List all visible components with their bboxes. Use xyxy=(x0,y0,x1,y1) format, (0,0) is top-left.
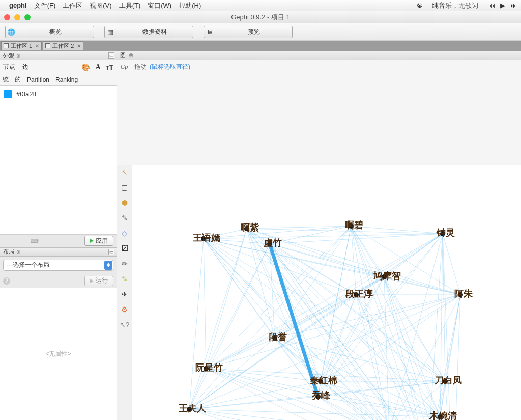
graph-toolbar: Gp 拖动 (鼠标选取直径) xyxy=(117,60,521,74)
chevron-updown-icon xyxy=(104,261,112,270)
graph-node[interactable] xyxy=(458,292,463,297)
svg-line-146 xyxy=(189,409,453,421)
color-swatch[interactable] xyxy=(4,90,12,98)
window-minimize-icon[interactable] xyxy=(14,14,20,20)
minimize-icon[interactable]: ▭ xyxy=(108,52,114,59)
media-next-icon[interactable]: ⏭ xyxy=(510,2,517,9)
window-close-icon[interactable] xyxy=(4,14,10,20)
svg-line-70 xyxy=(189,234,443,409)
brush-tool-icon[interactable]: ✏ xyxy=(120,259,130,269)
app-name[interactable]: gephi xyxy=(9,2,27,9)
menu-view[interactable]: 视图(V) xyxy=(90,1,111,10)
svg-line-97 xyxy=(356,295,453,421)
layout-select[interactable]: ---选择一个布局 xyxy=(3,260,113,271)
close-icon[interactable]: ✕ xyxy=(35,43,39,49)
tab-nodes[interactable]: 节点 xyxy=(3,63,15,71)
svg-line-112 xyxy=(189,338,275,409)
size-icon[interactable]: тT xyxy=(106,63,113,71)
graph-canvas[interactable]: 王语嫣啊紫虚竹啊碧钟灵鸠摩智段正淳阿朱段誉阮星竹秦红棉刀白凤乔峰王夫人木婉清甘宝… xyxy=(132,165,521,421)
workspace-tab-1[interactable]: 工作区 1 ✕ xyxy=(1,41,42,50)
palette-icon[interactable]: 🎨 xyxy=(81,63,90,71)
menu-help[interactable]: 帮助(H) xyxy=(179,1,201,10)
mode-unique[interactable]: 统一的 xyxy=(3,75,21,84)
svg-line-34 xyxy=(270,234,443,244)
apply-button[interactable]: 应用 xyxy=(84,236,113,246)
marquee-tool-icon[interactable]: ▢ xyxy=(120,182,130,192)
svg-line-33 xyxy=(270,226,351,244)
svg-line-56 xyxy=(318,226,351,397)
close-icon[interactable]: ⊗ xyxy=(16,249,20,255)
menu-tools[interactable]: 工具(T) xyxy=(119,1,141,10)
pencil-tool-icon[interactable]: ✎ xyxy=(120,213,130,223)
graph-node[interactable] xyxy=(187,407,192,412)
graph-node[interactable] xyxy=(267,241,272,246)
graph-node[interactable] xyxy=(315,394,321,399)
mode-partition[interactable]: Partition xyxy=(27,76,49,83)
svg-line-80 xyxy=(384,277,445,381)
minimize-icon[interactable]: ▭ xyxy=(108,249,114,255)
graph-node[interactable] xyxy=(272,335,277,341)
overview-button[interactable]: 🌐 概览 xyxy=(5,26,94,38)
graph-node[interactable] xyxy=(443,379,448,384)
diamond-tool-icon[interactable]: ◇ xyxy=(120,228,130,238)
font-icon[interactable]: A xyxy=(95,63,100,71)
svg-line-100 xyxy=(321,295,460,381)
graph-node[interactable] xyxy=(204,366,209,371)
tag-tool-icon[interactable]: ⬢ xyxy=(120,198,130,208)
pointer-tool-icon[interactable]: ↖ xyxy=(120,167,130,177)
graph-node[interactable] xyxy=(440,231,445,236)
keyboard-icon: ⌨ xyxy=(0,238,84,244)
appearance-mode-tabs: 统一的 Partition Ranking xyxy=(0,74,117,86)
table-icon: ▦ xyxy=(105,28,116,36)
play-icon xyxy=(90,279,94,283)
no-attributes-label: <无属性> xyxy=(0,288,117,421)
graph-node[interactable] xyxy=(244,226,249,231)
color-picker-row[interactable]: #0fa2ff xyxy=(0,86,117,102)
preview-button[interactable]: 🖥 预览 xyxy=(204,26,293,38)
menu-window[interactable]: 窗口(W) xyxy=(148,1,171,10)
graph-node[interactable] xyxy=(354,292,359,297)
highlighter-tool-icon[interactable]: ✎ xyxy=(120,274,130,284)
tab-edges[interactable]: 边 xyxy=(22,63,28,71)
graph-node[interactable] xyxy=(318,379,323,384)
info-icon[interactable]: ? xyxy=(3,277,10,285)
svg-line-76 xyxy=(384,277,460,295)
workspace-icon xyxy=(45,43,50,48)
svg-line-85 xyxy=(384,277,427,421)
graph-node[interactable] xyxy=(438,414,443,419)
svg-line-61 xyxy=(351,226,453,421)
menu-file[interactable]: 文件(F) xyxy=(34,1,56,10)
svg-line-109 xyxy=(275,338,321,381)
picture-tool-icon[interactable]: 🖼 xyxy=(120,243,130,254)
airplane-tool-icon[interactable]: ✈ xyxy=(120,289,130,299)
close-icon[interactable]: ⊗ xyxy=(129,52,133,59)
window-zoom-icon[interactable] xyxy=(24,14,31,20)
close-icon[interactable]: ✕ xyxy=(77,43,81,49)
close-icon[interactable]: ⊗ xyxy=(16,53,20,59)
appearance-panel-title: 外观 ⊗ ▭ xyxy=(0,51,117,60)
graph-node[interactable] xyxy=(349,223,354,229)
run-layout-button[interactable]: 运行 xyxy=(84,276,113,286)
help-pointer-icon[interactable]: ↖? xyxy=(120,320,130,330)
media-play-icon[interactable]: ▶ xyxy=(500,2,505,9)
play-icon xyxy=(90,239,94,243)
svg-line-32 xyxy=(247,229,453,421)
graph-node[interactable] xyxy=(201,236,206,241)
svg-line-24 xyxy=(206,229,247,369)
graph-node[interactable] xyxy=(382,274,387,279)
wechat-icon[interactable]: ☯ xyxy=(417,2,423,9)
workspace-tab-2[interactable]: 工作区 2 ✕ xyxy=(43,41,83,50)
svg-line-69 xyxy=(318,234,443,397)
media-prev-icon[interactable]: ⏮ xyxy=(488,2,495,9)
svg-line-12 xyxy=(189,239,204,409)
svg-line-8 xyxy=(204,239,206,369)
window-title: Gephi 0.9.2 - 项目 1 xyxy=(0,13,521,22)
gear-tool-icon[interactable]: ⚙ xyxy=(120,304,130,315)
mode-ranking[interactable]: Ranking xyxy=(55,76,78,83)
drag-hint-label[interactable]: (鼠标选取直径) xyxy=(150,63,190,71)
datalab-button[interactable]: ▦ 数据资料 xyxy=(104,26,193,38)
svg-line-3 xyxy=(204,234,443,239)
svg-line-93 xyxy=(189,295,356,409)
drag-mode-label: 拖动 xyxy=(134,63,147,71)
menu-workspace[interactable]: 工作区 xyxy=(63,1,82,10)
